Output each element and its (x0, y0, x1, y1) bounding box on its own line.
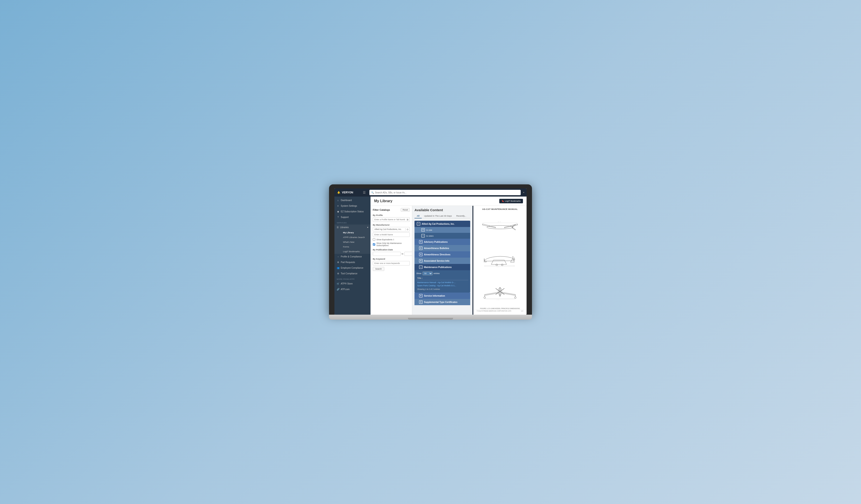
filter-panel: Filter Catalogs Reset By Profile ▦ By Ma… (370, 206, 412, 315)
keyword-search-button[interactable]: Search (373, 267, 384, 271)
sidebar-item-label: Dashboard (341, 199, 352, 201)
search-bar[interactable]: 🔍 (369, 190, 521, 195)
sidebar-item-whats-new[interactable]: What's New (339, 240, 370, 244)
svg-text:←  →: ← → (496, 299, 499, 300)
stc-label: Supplemental Type Certificates (424, 301, 457, 304)
logit-btn-label: LogIT Bookmarks (505, 200, 521, 202)
sidebar: ⌂ Dashboard ≡ System Settings ◉ EZ Subsc… (334, 197, 370, 315)
ez-subscription-icon: ◉ (337, 210, 339, 213)
show-label: Show (416, 272, 422, 275)
by-manufacturer-label: By Manufacturer (373, 224, 410, 226)
sidebar-item-employee-compliance[interactable]: 👥 Employee Compliance (334, 265, 370, 271)
subcategory-g164[interactable]: + G-164 (414, 227, 470, 233)
employee-compliance-label: Employee Compliance (341, 267, 363, 269)
table-row[interactable]: Spare Parts Catalog - Ag-Cat Models G-1.… (416, 284, 468, 287)
g164-label: G-164 (426, 229, 432, 231)
main-layout: ⌂ Dashboard ≡ System Settings ◉ EZ Subsc… (334, 197, 527, 315)
reset-button[interactable]: Reset (401, 208, 410, 212)
atp-store-label: ATP® Store (341, 282, 353, 285)
manufacturer-settings-icon[interactable]: ⊙ (405, 228, 410, 230)
sidebar-item-forms[interactable]: Forms (339, 244, 370, 249)
subcategory-g164a[interactable]: − G-164A (414, 233, 470, 239)
profile-input[interactable] (373, 217, 410, 222)
show-only-row: Show Only My Maintenance Subscriptions (373, 242, 410, 247)
copyright-text: © GULFSTREAM AMERICAN CORPORATION 1976 (477, 310, 511, 312)
asi-label: Associated Service Info (424, 260, 449, 262)
tab-last-30[interactable]: Updated In The Last 30 Days (422, 214, 454, 219)
tab-recently[interactable]: Recently... (454, 214, 469, 219)
mp-label: Maintenance Publications (424, 266, 452, 268)
advisory-pubs-header[interactable]: + Advisory Publications (414, 239, 470, 245)
dashboard-icon: ⌂ (337, 199, 339, 201)
allied-label: Allied Ag Cat Productions, Inc. (422, 223, 455, 225)
date-to-input[interactable] (404, 252, 412, 256)
sidebar-item-atp-store[interactable]: 🛒 ATP® Store (334, 281, 370, 286)
logo: VERYON (337, 191, 359, 194)
tab-all[interactable]: All (414, 214, 422, 219)
available-content-panel: Available Content All Updated In The Las… (412, 206, 473, 315)
date-to-label: to (402, 253, 404, 255)
topbar: VERYON ☰ 🔍 • (334, 188, 527, 197)
libraries-header[interactable]: ☰ Libraries ▾ (334, 224, 370, 230)
my-library-label: My Library (343, 231, 354, 234)
filter-header: Filter Catalogs Reset (373, 208, 410, 212)
si-toggle: + (419, 294, 423, 297)
by-keyword-label: By Keyword (373, 258, 410, 260)
mp-toggle: − (419, 265, 423, 269)
sidebar-item-part-requests[interactable]: ⚙ Part Requests (334, 260, 370, 265)
table-row[interactable]: Maintenance Manual - Ag-Cat Models G-... (416, 281, 468, 284)
svg-point-16 (484, 297, 486, 298)
tool-icon: ⚙ (337, 272, 339, 275)
service-info-header[interactable]: + Service Information (414, 293, 470, 299)
sidebar-item-ez-subscription[interactable]: ◉ EZ Subscription Status (334, 209, 370, 214)
logit-bookmarks-label: LogIT Bookmarks (343, 250, 360, 253)
sidebar-item-system-settings[interactable]: ≡ System Settings (334, 203, 370, 209)
show-entries: Show 50 25 100 entries (416, 271, 468, 275)
show-only-checkbox[interactable] (373, 243, 375, 246)
services-label: SERVICES (334, 220, 370, 224)
sidebar-item-tool-compliance[interactable]: ⚙ Tool Compliance (334, 271, 370, 276)
supplemental-type-header[interactable]: + Supplemental Type Certificates (414, 299, 470, 305)
sidebar-item-my-library[interactable]: My Library (339, 230, 370, 235)
ad-label: Airworthiness Directives (424, 253, 450, 256)
sidebar-item-profile-compliance[interactable]: → Profile & Compliance (334, 254, 370, 260)
airworthiness-bulletins-header[interactable]: + Airworthiness Bulletins (414, 245, 470, 251)
category-allied-header[interactable]: − Allied Ag Cat Productions, Inc. (414, 221, 470, 227)
manufacturer-input-wrap: ⊙ (373, 227, 410, 232)
associated-service-header[interactable]: + Associated Service Info (414, 258, 470, 264)
svg-text:←  →: ← → (498, 221, 501, 223)
asi-toggle: + (419, 259, 423, 263)
libraries-submenu: My Library ATP® Libraries Search What's … (334, 230, 370, 254)
show-only-label: Show Only My Maintenance Subscriptions (377, 242, 410, 247)
content-tabs: All Updated In The Last 30 Days Recently… (414, 214, 470, 219)
title-header: Title ↕ (417, 277, 423, 279)
manufacturer-input[interactable] (373, 227, 405, 231)
ab-toggle: + (419, 246, 423, 250)
sidebar-item-dashboard[interactable]: ⌂ Dashboard (334, 197, 370, 203)
whats-new-label: What's New (343, 241, 354, 243)
keyword-input[interactable] (373, 261, 410, 266)
sidebar-item-atp-search[interactable]: ATP® Libraries Search (339, 235, 370, 240)
sidebar-item-support[interactable]: ? Support (334, 214, 370, 220)
part-requests-label: Part Requests (341, 261, 355, 264)
doc-preview-inner: AG-CAT MAINTENANCE MANUAL (473, 206, 527, 315)
maintenance-pubs-header[interactable]: − Maintenance Publications (414, 264, 470, 270)
sidebar-item-label: EZ Subscription Status (341, 210, 364, 213)
date-from-input[interactable] (373, 252, 401, 256)
topbar-menu-dot[interactable]: • (523, 191, 524, 195)
chevron-down-icon: ▾ (367, 226, 368, 228)
show-equivalents-label: Show Equivalents ℹ (377, 238, 394, 241)
sidebar-item-atp-com[interactable]: 🔗 ATP.com (334, 286, 370, 292)
svg-text:←  →: ← → (496, 266, 499, 268)
entries-select[interactable]: 50 25 100 (423, 271, 433, 275)
laptop-base (329, 315, 532, 320)
logit-bookmarks-button[interactable]: 🔖 LogIT Bookmarks (499, 199, 523, 203)
show-equivalents-checkbox[interactable] (373, 238, 375, 241)
maintenance-table: Show 50 25 100 entries (414, 270, 470, 293)
hamburger-icon[interactable]: ☰ (361, 191, 367, 194)
search-input[interactable] (375, 191, 519, 194)
airplane-top-view: ← → (478, 220, 522, 235)
model-input[interactable] (373, 233, 410, 237)
airworthiness-directives-header[interactable]: + Airworthiness Directives (414, 251, 470, 258)
sidebar-item-logit-bookmarks[interactable]: LogIT Bookmarks (339, 249, 370, 254)
